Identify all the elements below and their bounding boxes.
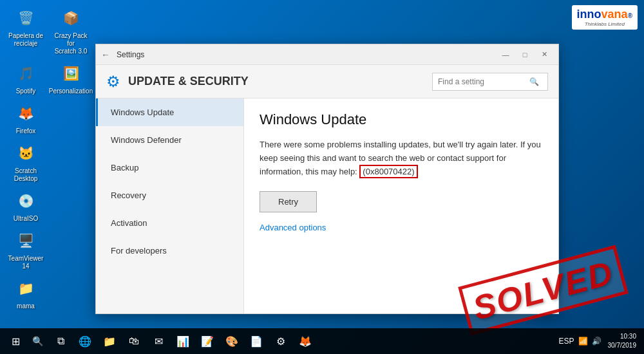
desktop-icon-ultraiso[interactable]: 💿 UltraISO [6, 189, 45, 223]
taskbar-search-button[interactable]: 🔍 [28, 332, 46, 350]
volume-icon: 🔊 [592, 337, 601, 346]
search-icon: 🔍 [529, 77, 543, 86]
desktop-icons: 🗑️ Papelera dereciclaje 📦 Crazy Pack for… [6, 6, 90, 310]
desktop-icon-scratch[interactable]: 🐱 Scratch Desktop [6, 142, 45, 183]
section-title: UPDATE & SECURITY [128, 75, 432, 88]
taskbar-ie-icon[interactable]: 🌐 [73, 328, 97, 354]
desktop-icon-personalization[interactable]: 🖼️ Personalization [52, 62, 90, 95]
nav-item-activation[interactable]: Activation [96, 209, 243, 237]
maximize-button[interactable]: □ [516, 48, 534, 61]
clock-time: 10:30 [608, 332, 637, 341]
settings-header: ⚙ UPDATE & SECURITY 🔍 [96, 65, 558, 98]
taskbar-firefox-icon[interactable]: 🦊 [294, 328, 317, 354]
retry-button[interactable]: Retry [260, 191, 317, 212]
taskbar-pdf-icon[interactable]: 📄 [245, 328, 268, 354]
search-box[interactable]: 🔍 [432, 73, 548, 91]
clock-date: 30/7/2019 [608, 341, 637, 350]
system-tray-icons: ESP 📶 🔊 [558, 337, 601, 346]
window-controls: — □ ✕ [497, 48, 553, 61]
task-view-icon[interactable]: ⧉ [49, 328, 72, 354]
nav-item-recovery[interactable]: Recovery [96, 182, 243, 209]
taskbar-word-icon[interactable]: 📝 [196, 328, 219, 354]
taskbar-paint-icon[interactable]: 🎨 [220, 328, 243, 354]
content-description: There were some problems installing upda… [260, 138, 543, 178]
taskbar-settings-icon[interactable]: ⚙ [269, 328, 292, 354]
title-bar: ← Settings — □ ✕ [96, 44, 558, 65]
window-title: Settings [117, 50, 497, 59]
desktop-icon-recycle-bin[interactable]: 🗑️ Papelera dereciclaje [6, 6, 45, 55]
gear-icon: ⚙ [106, 73, 120, 91]
taskbar-right: ESP 📶 🔊 10:30 30/7/2019 [558, 332, 641, 350]
close-button[interactable]: ✕ [535, 48, 553, 61]
taskbar-folder-icon[interactable]: 📁 [98, 328, 121, 354]
network-icon: 📶 [578, 337, 588, 346]
settings-nav: Windows Update Windows Defender Backup R… [96, 98, 244, 313]
start-button[interactable]: ⊞ [3, 328, 28, 354]
windows-logo-icon: ⊞ [12, 335, 20, 348]
taskbar: ⊞ 🔍 ⧉ 🌐 📁 🛍 ✉ 📊 📝 🎨 📄 ⚙ 🦊 ESP 📶 🔊 10:30 … [0, 328, 644, 354]
settings-window: ← Settings — □ ✕ ⚙ UPDATE & SECURITY 🔍 W… [95, 44, 559, 314]
desktop-icon-mama[interactable]: 📁 mama [6, 277, 45, 310]
back-button[interactable]: ← [101, 50, 110, 60]
minimize-button[interactable]: — [497, 48, 515, 61]
language-indicator: ESP [558, 337, 574, 346]
nav-item-windows-update[interactable]: Windows Update [96, 98, 243, 126]
content-title: Windows Update [260, 111, 543, 128]
taskbar-app-icons: ⧉ 🌐 📁 🛍 ✉ 📊 📝 🎨 📄 ⚙ 🦊 [49, 328, 317, 354]
taskbar-store-icon[interactable]: 🛍 [122, 328, 146, 354]
desktop-icon-teamviewer[interactable]: 🖥️ TeamViewer 14 [6, 229, 45, 270]
advanced-options-link[interactable]: Advanced options [260, 223, 543, 232]
search-input[interactable] [433, 77, 529, 86]
nav-item-backup[interactable]: Backup [96, 154, 243, 182]
innovana-logo: innovana® Thinklabs Limited [572, 5, 638, 30]
error-code: (0x80070422) [359, 165, 417, 178]
nav-item-windows-defender[interactable]: Windows Defender [96, 126, 243, 154]
nav-item-for-developers[interactable]: For developers [96, 237, 243, 265]
desktop-icon-firefox[interactable]: 🦊 Firefox [6, 102, 45, 135]
desktop-icon-spotify[interactable]: 🎵 Spotify [6, 62, 45, 95]
taskbar-mail-icon[interactable]: ✉ [147, 328, 170, 354]
taskbar-excel-icon[interactable]: 📊 [171, 328, 194, 354]
taskbar-clock[interactable]: 10:30 30/7/2019 [608, 332, 637, 350]
desktop-icon-crazy-pack[interactable]: 📦 Crazy Pack forScratch 3.0 [52, 6, 90, 55]
